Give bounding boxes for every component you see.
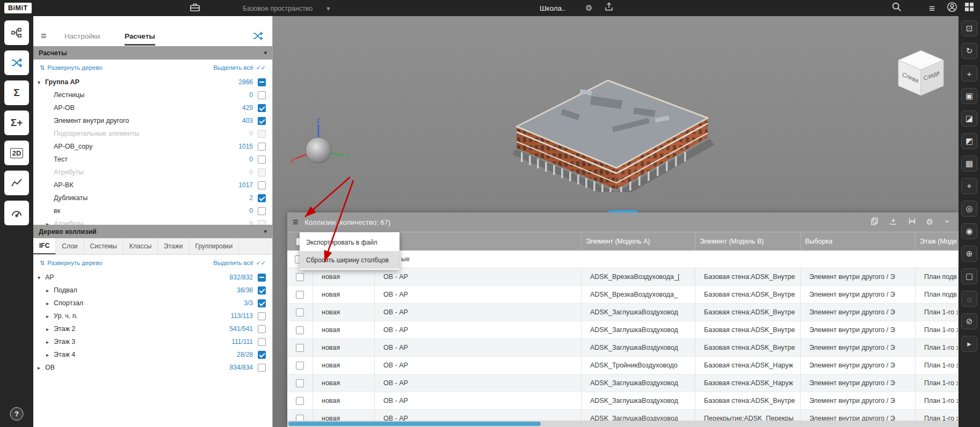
tree-item[interactable]: Тест0 (33, 153, 272, 166)
chart-button[interactable] (4, 171, 29, 195)
tab-Группировки[interactable]: Группировки (190, 238, 239, 254)
tree-item-checkbox[interactable] (258, 338, 266, 346)
tree-item[interactable]: ▸Ур. ч. п.113/113 (33, 310, 272, 322)
sum-button[interactable]: Σ (4, 80, 29, 105)
collision-check-button[interactable] (4, 50, 29, 75)
table-settings-gear-icon[interactable]: ⚙ (926, 217, 933, 227)
model-tree-button[interactable] (4, 20, 29, 45)
row-checkbox[interactable] (296, 397, 304, 405)
tree-item-checkbox[interactable] (258, 220, 266, 225)
tree-item[interactable]: АР-ВК1017 (33, 179, 272, 192)
tree-item-checkbox[interactable] (258, 91, 266, 99)
add-view-tool-button[interactable]: ⊕ (961, 246, 977, 262)
share-icon[interactable] (604, 2, 614, 14)
tree-item[interactable]: АР-ОВ_copy1015 (33, 140, 272, 153)
table-row[interactable]: новаяОВ - АРADSK_ВрезкаВоздуховода_[Базо… (287, 268, 959, 286)
row-checkbox[interactable] (296, 344, 304, 352)
tab-Системы[interactable]: Системы (84, 238, 124, 254)
tree-item[interactable]: Дубликаты2 (33, 192, 272, 204)
tab-Слои[interactable]: Слои (56, 238, 84, 254)
table-row[interactable]: новаяОВ - АРADSK_ЗаглушкаВоздуховодБазов… (287, 321, 959, 339)
cursor-tool-button[interactable]: ▸ (961, 336, 977, 352)
list-menu-icon[interactable]: ≡ (929, 3, 935, 13)
tree-item-checkbox[interactable] (258, 104, 266, 112)
table-row[interactable]: новаяОВ - АРADSK_ЗаглушкаВоздуховодБазов… (287, 339, 959, 357)
caret-icon[interactable]: ▸ (38, 365, 45, 371)
caret-icon[interactable]: ▸ (46, 326, 54, 332)
tree-item-checkbox[interactable] (258, 312, 266, 320)
tab-Этажи[interactable]: Этажи (158, 238, 189, 254)
caret-icon[interactable]: ▸ (46, 352, 54, 358)
panel-menu-icon[interactable]: ≡ (41, 31, 47, 41)
table-menu-icon[interactable]: ≡ (293, 217, 299, 227)
table-row[interactable]: новаяОВ - АРADSK_ЗаглушкаВоздуховодБазов… (287, 304, 959, 321)
table-row[interactable]: новаяОВ - АРADSK_ВрезкаВоздуховода_Базов… (287, 286, 959, 304)
column-header[interactable] (375, 232, 582, 251)
tab-Расчеты[interactable]: Расчеты (125, 32, 155, 46)
tree-item-checkbox[interactable] (258, 207, 266, 215)
section-plane-tool-button[interactable]: ◩ (961, 133, 977, 149)
gauge-button[interactable] (4, 201, 29, 225)
focus-tool-button[interactable]: ◎ (961, 201, 977, 217)
tab-Настройки[interactable]: Настройки (64, 32, 100, 44)
tree-item[interactable]: ▾Группа АР2866 (33, 76, 272, 89)
row-checkbox[interactable] (296, 273, 304, 281)
row-checkbox[interactable] (296, 308, 304, 316)
tree-item[interactable]: ▸ОВ834/834 (33, 361, 272, 374)
axis-gizmo[interactable]: X Y Z (287, 117, 352, 181)
tree-item[interactable]: ▸Подвал36/36 (33, 284, 272, 297)
select-all-link[interactable]: Выделить всё ✓✓ (213, 260, 266, 267)
briefcase-icon[interactable] (189, 2, 201, 14)
box-mode-tool-button[interactable]: ▣ (961, 88, 977, 104)
tree-item[interactable]: ▸Этаж 428/28 (33, 348, 272, 361)
tree-item-checkbox[interactable] (258, 274, 266, 282)
workspace-selector[interactable]: Базовое пространство ▾ (243, 4, 330, 12)
tree-item[interactable]: Лестницы0 (33, 89, 272, 101)
table-row[interactable]: новаяОВ - АРADSK_ЗаглушкаВоздуховодБазов… (287, 392, 959, 410)
table-row[interactable]: новаяОВ - АРADSK_ТройникВоздуховодоБазов… (287, 357, 959, 374)
fit-columns-icon[interactable] (908, 217, 917, 227)
search-icon[interactable] (891, 2, 902, 14)
tree-item[interactable]: ▸Спортзал3/3 (33, 297, 272, 310)
tree-item-checkbox[interactable] (258, 78, 266, 86)
user-avatar-icon[interactable] (946, 1, 958, 15)
tree-item-checkbox[interactable] (258, 351, 266, 359)
caret-icon[interactable]: ▾ (38, 275, 45, 281)
tab-Классы[interactable]: Классы (124, 238, 158, 254)
tree-item-checkbox[interactable] (258, 325, 266, 333)
tree-item[interactable]: Элемент внутри другого403 (33, 114, 272, 127)
tree-item-checkbox[interactable] (258, 299, 266, 307)
expand-tree-link[interactable]: ⇅ Развернуть дерево (40, 260, 103, 267)
tree-item-checkbox[interactable] (258, 364, 266, 372)
import-icon[interactable] (889, 217, 898, 227)
locate-tool-button[interactable]: ◉ (961, 223, 977, 239)
tree-item-checkbox[interactable] (258, 130, 266, 138)
expand-tree-link[interactable]: ⇅ Развернуть дерево (40, 64, 103, 71)
panel-resize-handle[interactable] (608, 210, 637, 212)
crosshair-tool-button[interactable]: ⌖ (961, 178, 977, 194)
help-button[interactable]: ? (10, 407, 24, 421)
tree-item-checkbox[interactable] (258, 143, 266, 151)
settings-gear-icon[interactable]: ⚙ (585, 3, 592, 13)
caret-icon[interactable]: ▾ (38, 79, 45, 85)
menu-item[interactable]: Сбросить ширину столбцов (300, 251, 400, 269)
collision-tree-section-bar[interactable]: Дерево коллизий ▾ (33, 225, 272, 238)
caret-icon[interactable]: ▸ (46, 221, 54, 225)
row-checkbox[interactable] (296, 379, 304, 387)
grid-view-tool-button[interactable]: ▦ (961, 156, 977, 172)
row-checkbox[interactable] (296, 362, 304, 370)
tree-item-checkbox[interactable] (258, 286, 266, 295)
row-checkbox[interactable] (296, 291, 304, 299)
table-row[interactable]: новаяОВ - АРADSK_ЗаглушкаВоздуховодБазов… (287, 374, 959, 392)
collision-mode-icon[interactable] (252, 30, 264, 44)
row-checkbox[interactable] (296, 326, 304, 334)
tree-item[interactable]: АР-ОВ429 (33, 101, 272, 114)
hide-tool-button[interactable]: ⊘ (961, 313, 977, 329)
caret-icon[interactable]: ▸ (46, 288, 54, 293)
tree-item-checkbox[interactable] (258, 194, 266, 202)
apps-grid-icon[interactable] (964, 2, 974, 14)
column-header[interactable]: Выборка (801, 232, 916, 251)
pan-tool-button[interactable]: + (961, 65, 977, 82)
tab-IFC[interactable]: IFC (33, 238, 56, 254)
tree-item[interactable]: ▸Этаж 3111/111 (33, 335, 272, 348)
